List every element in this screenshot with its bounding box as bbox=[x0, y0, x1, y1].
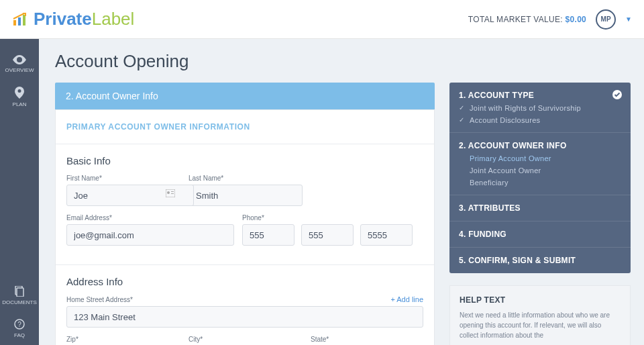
last-name-input[interactable] bbox=[189, 185, 303, 206]
progress-stepper: 1. ACCOUNT TYPE Joint with Rights of Sur… bbox=[449, 83, 631, 273]
eye-icon bbox=[13, 55, 26, 64]
svg-text:?: ? bbox=[17, 321, 21, 328]
sidebar-label-plan: PLAN bbox=[13, 101, 27, 107]
street-label: Home Street Address* bbox=[66, 296, 133, 303]
svg-rect-1 bbox=[18, 17, 21, 26]
address-heading: Address Info bbox=[66, 276, 423, 287]
user-avatar[interactable]: MP bbox=[596, 9, 616, 30]
step1-sub-b[interactable]: Account Disclosures bbox=[459, 116, 621, 124]
svg-rect-4 bbox=[17, 288, 23, 297]
logo-icon bbox=[12, 12, 30, 27]
svg-point-8 bbox=[167, 191, 170, 194]
step-title-5: 5. CONFIRM, SIGN & SUBMIT bbox=[459, 256, 576, 265]
logo[interactable]: PrivateLabel bbox=[12, 9, 134, 30]
page-title: Account Opening bbox=[55, 51, 631, 72]
zip-label: Zip* bbox=[66, 336, 180, 343]
help-icon: ? bbox=[14, 319, 25, 330]
docs-icon bbox=[14, 286, 25, 297]
phone-input-3[interactable] bbox=[360, 224, 413, 246]
first-name-label: First Name* bbox=[66, 175, 180, 182]
svg-rect-9 bbox=[171, 191, 174, 192]
sidebar: OVERVIEW PLAN DOCUMENTS ? FAQ bbox=[0, 39, 39, 345]
topbar: PrivateLabel TOTAL MARKET VALUE: $0.00 M… bbox=[0, 0, 644, 39]
sidebar-label-overview: OVERVIEW bbox=[5, 67, 34, 73]
sidebar-label-faq: FAQ bbox=[14, 332, 25, 338]
email-label: Email Address* bbox=[66, 214, 234, 221]
step1-sub-a[interactable]: Joint with Rights of Survivorship bbox=[459, 104, 621, 112]
step-confirm[interactable]: 5. CONFIRM, SIGN & SUBMIT bbox=[449, 248, 631, 273]
step2-sub-c[interactable]: Beneficiary bbox=[459, 179, 621, 187]
svg-rect-0 bbox=[13, 20, 16, 26]
basic-heading: Basic Info bbox=[66, 155, 423, 166]
basic-info-section: Basic Info First Name* bbox=[56, 144, 434, 265]
total-market-value: TOTAL MARKET VALUE: $0.00 bbox=[468, 15, 586, 24]
pin-icon bbox=[15, 87, 24, 99]
section-title: PRIMARY ACCOUNT OWNER INFORMATION bbox=[56, 110, 434, 144]
logo-text: PrivateLabel bbox=[34, 9, 134, 30]
step2-sub-b[interactable]: Joint Account Owner bbox=[459, 166, 621, 175]
contact-card-icon bbox=[166, 189, 175, 199]
phone-label: Phone* bbox=[242, 214, 413, 221]
step-title-3: 3. ATTRIBUTES bbox=[459, 203, 521, 213]
check-icon bbox=[612, 89, 623, 102]
help-body: Next we need a little information about … bbox=[460, 310, 621, 340]
form-panel: PRIMARY ACCOUNT OWNER INFORMATION Basic … bbox=[55, 109, 435, 345]
step-funding[interactable]: 4. FUNDING bbox=[449, 221, 631, 248]
step-owner-info[interactable]: 2. ACCOUNT OWNER INFO Primary Account Ow… bbox=[449, 133, 631, 195]
step2-sub-a[interactable]: Primary Account Owner bbox=[459, 154, 621, 162]
sidebar-item-faq[interactable]: ? FAQ bbox=[0, 312, 39, 345]
last-name-label: Last Name* bbox=[189, 175, 303, 182]
phone-input-1[interactable] bbox=[242, 224, 294, 246]
street-input[interactable] bbox=[66, 306, 423, 328]
svg-rect-2 bbox=[23, 15, 25, 26]
step-title-2: 2. ACCOUNT OWNER INFO bbox=[459, 141, 567, 150]
phone-input-2[interactable] bbox=[301, 224, 354, 246]
sidebar-item-overview[interactable]: OVERVIEW bbox=[0, 48, 39, 80]
add-line-link[interactable]: + Add line bbox=[390, 295, 423, 303]
caret-down-icon[interactable]: ▼ bbox=[625, 15, 632, 23]
step-title-1: 1. ACCOUNT TYPE bbox=[459, 91, 534, 100]
city-label: City* bbox=[189, 336, 303, 343]
state-label: State* bbox=[311, 336, 423, 343]
sidebar-item-documents[interactable]: DOCUMENTS bbox=[0, 279, 39, 312]
sidebar-label-documents: DOCUMENTS bbox=[2, 299, 37, 305]
email-input[interactable] bbox=[66, 224, 234, 246]
step-title-4: 4. FUNDING bbox=[459, 230, 506, 239]
svg-rect-10 bbox=[171, 193, 174, 194]
step-attributes[interactable]: 3. ATTRIBUTES bbox=[449, 195, 631, 221]
step-banner: 2. Account Owner Info bbox=[55, 83, 435, 109]
help-panel: HELP TEXT Next we need a little informat… bbox=[449, 285, 631, 345]
sidebar-item-plan[interactable]: PLAN bbox=[0, 80, 39, 114]
address-info-section: Address Info Home Street Address* + Add … bbox=[56, 265, 434, 345]
help-title: HELP TEXT bbox=[460, 295, 621, 305]
step-account-type[interactable]: 1. ACCOUNT TYPE Joint with Rights of Sur… bbox=[449, 83, 631, 133]
